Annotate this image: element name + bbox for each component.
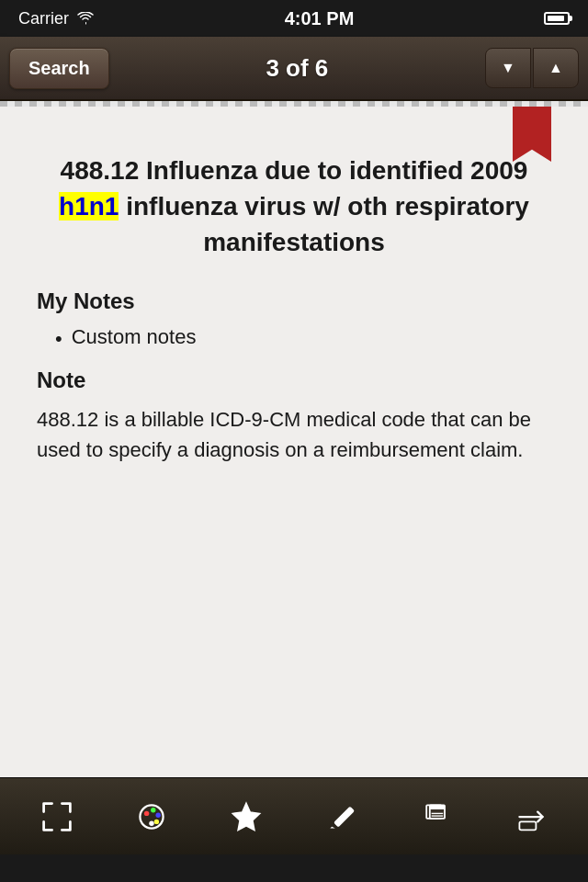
main-title: 488.12 Influenza due to identified 2009 … (37, 153, 551, 261)
svg-rect-11 (430, 805, 445, 809)
print-button[interactable] (404, 789, 469, 844)
svg-point-1 (144, 810, 149, 815)
expand-icon (40, 800, 74, 833)
bookmark[interactable] (513, 107, 551, 162)
status-right-icons (544, 12, 570, 25)
title-highlight: h1n1 (59, 192, 119, 220)
star-icon (230, 800, 263, 833)
custom-notes-text: Custom notes (72, 325, 197, 349)
navigate-up-button[interactable]: ▲ (533, 48, 579, 88)
wifi-icon (76, 12, 95, 25)
title-after: influenza virus w/ oth respiratory manif… (119, 192, 529, 256)
svg-marker-6 (233, 803, 260, 830)
palette-button[interactable] (119, 789, 184, 844)
svg-point-4 (154, 819, 159, 823)
svg-point-2 (151, 808, 155, 812)
bullet-dot: • (55, 325, 62, 354)
bottom-toolbar (0, 777, 588, 854)
my-notes-heading: My Notes (37, 288, 551, 314)
carrier-label: Carrier (18, 9, 69, 28)
note-heading: Note (37, 368, 551, 393)
expand-button[interactable] (25, 789, 89, 844)
navigation-arrows: ▼ ▲ (485, 48, 579, 88)
svg-point-5 (149, 820, 153, 825)
svg-marker-8 (330, 826, 334, 828)
content-area: 488.12 Influenza due to identified 2009 … (0, 107, 588, 777)
battery-icon (544, 12, 570, 25)
pencil-icon (325, 800, 358, 833)
share-button[interactable] (499, 789, 563, 844)
search-button[interactable]: Search (9, 48, 109, 89)
custom-notes-item: • Custom notes (55, 325, 551, 354)
navigation-bar: Search 3 of 6 ▼ ▲ (0, 37, 588, 101)
svg-rect-15 (520, 821, 537, 830)
carrier-info: Carrier (18, 9, 95, 28)
print-icon (420, 800, 453, 833)
svg-rect-7 (334, 806, 355, 827)
bookmark-shape (513, 107, 551, 162)
title-before: 488.12 Influenza due to identified 2009 (61, 156, 528, 185)
svg-point-3 (155, 812, 160, 817)
palette-icon (135, 800, 168, 833)
share-icon (514, 800, 548, 833)
navigate-down-button[interactable]: ▼ (485, 48, 531, 88)
pencil-button[interactable] (310, 789, 374, 844)
time-display: 4:01 PM (285, 8, 355, 29)
page-indicator: 3 of 6 (266, 54, 328, 83)
status-bar: Carrier 4:01 PM (0, 0, 588, 37)
note-body: 488.12 is a billable ICD-9-CM medical co… (37, 404, 551, 465)
star-button[interactable] (214, 789, 278, 844)
